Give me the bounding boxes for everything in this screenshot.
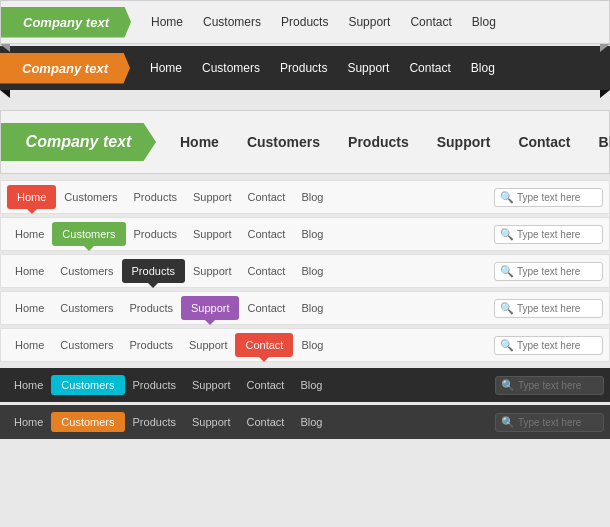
- navbar-row7: Home Customers Products Support Contact …: [0, 405, 610, 439]
- row2-support[interactable]: Support: [185, 228, 240, 240]
- row2-customers[interactable]: Customers: [52, 222, 125, 246]
- nav3-home[interactable]: Home: [166, 134, 233, 150]
- row6-products[interactable]: Products: [125, 379, 184, 391]
- row7-products[interactable]: Products: [125, 416, 184, 428]
- row3-contact[interactable]: Contact: [239, 265, 293, 277]
- row5-contact[interactable]: Contact: [235, 333, 293, 357]
- search-icon-7: 🔍: [501, 416, 515, 429]
- row5-products[interactable]: Products: [122, 339, 181, 351]
- row4-contact[interactable]: Contact: [239, 302, 293, 314]
- row2-links: Home Customers Products Support Contact …: [7, 222, 494, 246]
- nav1-blog[interactable]: Blog: [462, 15, 506, 29]
- nav1-customers[interactable]: Customers: [193, 15, 271, 29]
- row1-support[interactable]: Support: [185, 191, 240, 203]
- row2-search[interactable]: 🔍: [494, 225, 603, 244]
- row2-contact[interactable]: Contact: [239, 228, 293, 240]
- row7-search[interactable]: 🔍: [495, 413, 604, 432]
- row3-blog[interactable]: Blog: [293, 265, 331, 277]
- row6-blog[interactable]: Blog: [292, 379, 330, 391]
- row3-customers[interactable]: Customers: [52, 265, 121, 277]
- row7-search-input[interactable]: [518, 417, 598, 428]
- nav1-links: Home Customers Products Support Contact …: [141, 15, 609, 29]
- row7-links: Home Customers Products Support Contact …: [6, 412, 495, 432]
- row5-blog[interactable]: Blog: [293, 339, 331, 351]
- row4-search-input[interactable]: [517, 303, 597, 314]
- row2-home[interactable]: Home: [7, 228, 52, 240]
- row5-support[interactable]: Support: [181, 339, 236, 351]
- nav3-customers[interactable]: Customers: [233, 134, 334, 150]
- row3-links: Home Customers Products Support Contact …: [7, 259, 494, 283]
- nav3-links: Home Customers Products Support Contact …: [166, 134, 610, 150]
- nav2-customers[interactable]: Customers: [192, 61, 270, 75]
- nav2-support[interactable]: Support: [337, 61, 399, 75]
- row7-support[interactable]: Support: [184, 416, 239, 428]
- row4-home[interactable]: Home: [7, 302, 52, 314]
- row4-products[interactable]: Products: [122, 302, 181, 314]
- nav3-contact[interactable]: Contact: [504, 134, 584, 150]
- search-icon-3: 🔍: [500, 265, 514, 278]
- row7-blog[interactable]: Blog: [292, 416, 330, 428]
- row3-support[interactable]: Support: [185, 265, 240, 277]
- row1-products[interactable]: Products: [126, 191, 185, 203]
- nav3-products[interactable]: Products: [334, 134, 423, 150]
- row1-search-input[interactable]: [517, 192, 597, 203]
- navbar-row4: Home Customers Products Support Contact …: [0, 291, 610, 325]
- nav2-contact[interactable]: Contact: [399, 61, 460, 75]
- navbar-row1: Home Customers Products Support Contact …: [0, 180, 610, 214]
- nav1-contact[interactable]: Contact: [400, 15, 461, 29]
- row3-products[interactable]: Products: [122, 259, 185, 283]
- row6-customers[interactable]: Customers: [51, 375, 124, 395]
- logo-2[interactable]: Company text: [0, 53, 130, 84]
- row5-search-input[interactable]: [517, 340, 597, 351]
- row7-customers[interactable]: Customers: [51, 412, 124, 432]
- logo-3[interactable]: Company text: [1, 123, 156, 161]
- nav3-blog[interactable]: Blog: [585, 134, 610, 150]
- row2-products[interactable]: Products: [126, 228, 185, 240]
- nav1-fold-right: [600, 44, 610, 52]
- logo-1[interactable]: Company text: [1, 7, 131, 38]
- nav2-home[interactable]: Home: [140, 61, 192, 75]
- nav2-products[interactable]: Products: [270, 61, 337, 75]
- row2-blog[interactable]: Blog: [293, 228, 331, 240]
- row5-home[interactable]: Home: [7, 339, 52, 351]
- row1-links: Home Customers Products Support Contact …: [7, 185, 494, 209]
- row6-search[interactable]: 🔍: [495, 376, 604, 395]
- row1-home[interactable]: Home: [7, 185, 56, 209]
- nav2-blog[interactable]: Blog: [461, 61, 505, 75]
- row6-home[interactable]: Home: [6, 379, 51, 391]
- row3-search-input[interactable]: [517, 266, 597, 277]
- row3-search[interactable]: 🔍: [494, 262, 603, 281]
- row6-contact[interactable]: Contact: [238, 379, 292, 391]
- nav1-home[interactable]: Home: [141, 15, 193, 29]
- row1-customers[interactable]: Customers: [56, 191, 125, 203]
- row5-search[interactable]: 🔍: [494, 336, 603, 355]
- row1-blog[interactable]: Blog: [293, 191, 331, 203]
- nav1-products[interactable]: Products: [271, 15, 338, 29]
- search-icon-1: 🔍: [500, 191, 514, 204]
- row1-contact[interactable]: Contact: [239, 191, 293, 203]
- row4-support[interactable]: Support: [181, 296, 240, 320]
- row4-links: Home Customers Products Support Contact …: [7, 296, 494, 320]
- row6-links: Home Customers Products Support Contact …: [6, 375, 495, 395]
- navbar-row5: Home Customers Products Support Contact …: [0, 328, 610, 362]
- row4-blog[interactable]: Blog: [293, 302, 331, 314]
- navbar-row6: Home Customers Products Support Contact …: [0, 368, 610, 402]
- nav1-support[interactable]: Support: [338, 15, 400, 29]
- row6-search-input[interactable]: [518, 380, 598, 391]
- row3-home[interactable]: Home: [7, 265, 52, 277]
- search-icon-4: 🔍: [500, 302, 514, 315]
- gap-1: [0, 92, 610, 100]
- navbar-1: Company text Home Customers Products Sup…: [0, 0, 610, 44]
- row4-search[interactable]: 🔍: [494, 299, 603, 318]
- nav2-fold-right: [600, 90, 610, 98]
- row5-customers[interactable]: Customers: [52, 339, 121, 351]
- navbar-row3: Home Customers Products Support Contact …: [0, 254, 610, 288]
- row7-contact[interactable]: Contact: [238, 416, 292, 428]
- row4-customers[interactable]: Customers: [52, 302, 121, 314]
- row7-home[interactable]: Home: [6, 416, 51, 428]
- row6-support[interactable]: Support: [184, 379, 239, 391]
- row1-search[interactable]: 🔍: [494, 188, 603, 207]
- navbar-2: Company text Home Customers Products Sup…: [0, 46, 610, 90]
- nav3-support[interactable]: Support: [423, 134, 505, 150]
- row2-search-input[interactable]: [517, 229, 597, 240]
